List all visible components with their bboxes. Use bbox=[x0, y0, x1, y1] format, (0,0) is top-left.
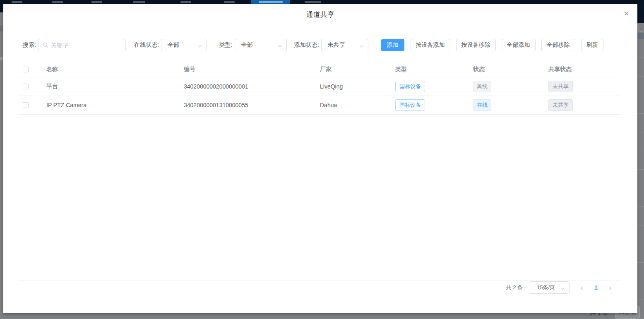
add-button[interactable]: 添加 bbox=[381, 39, 404, 51]
channel-code: 34020000002000000001 bbox=[179, 83, 315, 90]
screen: 15条/页 共 1 条 通道共享 × 搜索: 在线状态: 全部 类型: 全部 bbox=[0, 0, 644, 319]
channel-name: 平台 bbox=[41, 83, 179, 90]
search-icon bbox=[43, 42, 48, 48]
background-button-fragment bbox=[638, 24, 643, 32]
channel-table: 名称 编号 厂家 类型 状态 共享状态 平台 34020000002000000… bbox=[18, 62, 621, 115]
channel-name: IP PTZ Camera bbox=[41, 102, 179, 108]
total-count-label: 共 2 条 bbox=[506, 284, 523, 291]
column-header-status: 状态 bbox=[468, 66, 543, 73]
share-status-badge: 未共享 bbox=[548, 99, 573, 111]
add-status-label: 添加状态: bbox=[294, 41, 319, 49]
channel-share-dialog: 通道共享 × 搜索: 在线状态: 全部 类型: 全部 添加状态: bbox=[3, 4, 637, 313]
select-all-checkbox[interactable] bbox=[23, 67, 29, 72]
page-size-value: 15条/页 bbox=[529, 284, 555, 291]
type-select[interactable]: 全部 bbox=[235, 39, 287, 51]
topbar-tab-fragment bbox=[180, 1, 191, 3]
channel-code: 34020000001310000055 bbox=[179, 102, 315, 108]
type-value: 全部 bbox=[235, 41, 253, 49]
page-number[interactable]: 1 bbox=[589, 284, 603, 291]
background-sidebar-fragment bbox=[0, 26, 3, 31]
table-row[interactable]: 平台 34020000002000000001 LiveQing 国标设备 离线… bbox=[18, 77, 621, 96]
background-sidebar-fragment bbox=[0, 57, 3, 60]
type-badge: 国标设备 bbox=[395, 81, 425, 92]
prev-page-icon[interactable]: ‹ bbox=[575, 281, 589, 294]
filter-toolbar: 搜索: 在线状态: 全部 类型: 全部 添加状态: 未共享 bbox=[23, 39, 603, 51]
chevron-down-icon bbox=[359, 43, 363, 48]
channel-vendor: Dahua bbox=[315, 102, 390, 108]
type-badge: 国标设备 bbox=[395, 99, 425, 111]
topbar-tab-fragment bbox=[52, 1, 63, 3]
row-checkbox[interactable] bbox=[23, 102, 29, 108]
remove-by-device-button[interactable]: 按设备移除 bbox=[456, 39, 496, 51]
online-status-value: 全部 bbox=[161, 41, 179, 49]
close-icon[interactable]: × bbox=[624, 9, 629, 18]
chevron-down-icon bbox=[197, 43, 202, 48]
column-header-code: 编号 bbox=[179, 66, 315, 73]
background-row-fragment bbox=[637, 33, 644, 39]
topbar-active-tab[interactable] bbox=[251, 0, 290, 4]
background-topbar bbox=[0, 0, 644, 4]
search-label: 搜索: bbox=[23, 41, 36, 49]
topbar-tab-fragment bbox=[305, 1, 321, 3]
topbar-tab-fragment bbox=[91, 1, 102, 3]
table-row[interactable]: IP PTZ Camera 34020000001310000055 Dahua… bbox=[18, 96, 621, 115]
search-input[interactable] bbox=[38, 39, 126, 51]
add-all-button[interactable]: 全部添加 bbox=[502, 39, 536, 51]
topbar-tab-fragment bbox=[12, 1, 22, 3]
topbar-tab-fragment bbox=[224, 1, 235, 3]
add-by-device-button[interactable]: 按设备添加 bbox=[411, 39, 450, 51]
topbar-tab-fragment bbox=[133, 1, 145, 3]
share-status-badge: 未共享 bbox=[548, 81, 573, 92]
page-size-select[interactable]: 15条/页 bbox=[529, 281, 570, 294]
table-header-row: 名称 编号 厂家 类型 状态 共享状态 bbox=[18, 62, 621, 77]
column-header-vendor: 厂家 bbox=[315, 66, 390, 73]
status-badge: 在线 bbox=[473, 99, 491, 111]
online-status-label: 在线状态: bbox=[134, 41, 159, 49]
background-table-fragment bbox=[637, 39, 644, 319]
add-status-value: 未共享 bbox=[322, 41, 345, 49]
column-header-type: 类型 bbox=[390, 66, 468, 73]
next-page-icon[interactable]: › bbox=[603, 281, 617, 294]
column-header-name: 名称 bbox=[41, 66, 179, 73]
add-status-select[interactable]: 未共享 bbox=[321, 39, 368, 51]
topbar-tab-fragment bbox=[259, 1, 283, 3]
online-status-select[interactable]: 全部 bbox=[161, 39, 207, 51]
row-checkbox[interactable] bbox=[23, 84, 29, 89]
pagination: 共 2 条 15条/页 ‹ 1 › bbox=[506, 281, 617, 294]
dialog-title: 通道共享 bbox=[3, 10, 637, 19]
type-label: 类型: bbox=[219, 41, 233, 49]
status-badge: 离线 bbox=[473, 81, 491, 92]
channel-vendor: LiveQing bbox=[315, 83, 390, 90]
chevron-down-icon bbox=[561, 286, 565, 290]
column-header-share-status: 共享状态 bbox=[543, 66, 621, 73]
search-keyword-field[interactable] bbox=[51, 42, 117, 48]
refresh-button[interactable]: 刷新 bbox=[581, 39, 603, 51]
remove-all-button[interactable]: 全部移除 bbox=[541, 39, 575, 51]
chevron-down-icon bbox=[278, 43, 282, 48]
